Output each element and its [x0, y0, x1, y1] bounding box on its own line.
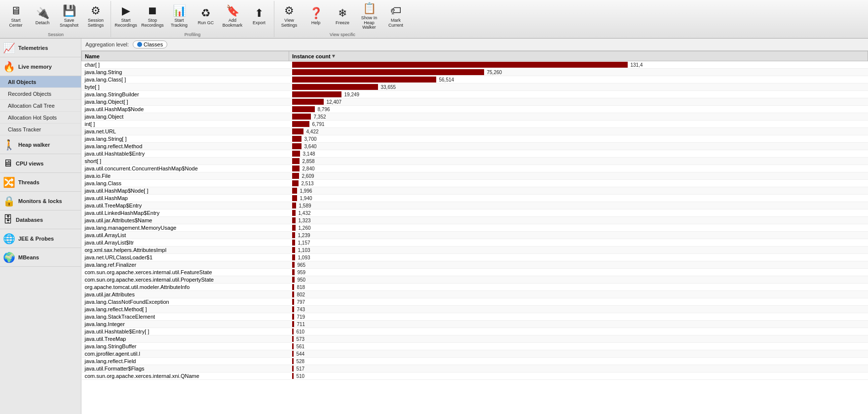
export-button[interactable]: ⬆ Export — [246, 2, 272, 31]
count-value: 517 — [297, 366, 321, 372]
sidebar-item-heap-walker[interactable]: 🚶 Heap walker — [0, 135, 81, 154]
start-tracking-button[interactable]: 📊 StartTracking — [166, 2, 192, 31]
settings-icon: ⚙ — [91, 4, 101, 17]
table-row[interactable]: java.lang.Class[ ] 56,514 — [82, 76, 868, 83]
table-row[interactable]: java.util.TreeMap 573 — [82, 335, 868, 343]
count-value: 131,4 — [631, 62, 655, 68]
sidebar-item-threads[interactable]: 🔀 Threads — [0, 173, 81, 192]
sidebar-sub-allocation-call-tree[interactable]: Allocation Call Tree — [0, 100, 81, 112]
table-row[interactable]: byte[ ] 33,655 — [82, 83, 868, 91]
count-bar — [292, 269, 295, 275]
sidebar-item-monitors-locks[interactable]: 🔒 Monitors & locks — [0, 192, 81, 210]
table-row[interactable]: java.lang.StackTraceElement 719 — [82, 313, 868, 321]
sidebar-item-label: Databases — [16, 217, 43, 223]
name-column-header[interactable]: Name — [82, 51, 289, 61]
table-row[interactable]: java.util.Hashtable$Entry[ ] 610 — [82, 328, 868, 335]
table-row[interactable]: java.lang.StringBuilder 19,249 — [82, 91, 868, 98]
sidebar-item-live-memory[interactable]: 🔥 Live memory — [0, 57, 81, 76]
count-bar — [292, 217, 296, 223]
freeze-button[interactable]: ❄ Freeze — [330, 2, 355, 31]
count-bar — [292, 84, 378, 90]
count-bar — [292, 69, 484, 75]
table-row[interactable]: java.util.jar.Attributes$Name 1,323 — [82, 217, 868, 224]
table-row[interactable]: char[ ] 131,4 — [82, 61, 868, 69]
count-bar — [292, 291, 294, 297]
table-row[interactable]: java.lang.Integer 711 — [82, 321, 868, 328]
table-row[interactable]: java.util.Hashtable$Entry 3,148 — [82, 150, 868, 158]
mark-current-button[interactable]: 🏷 MarkCurrent — [383, 2, 409, 31]
count-value: 75,260 — [487, 70, 512, 75]
table-row[interactable]: short[ ] 2,858 — [82, 158, 868, 165]
sidebar-item-databases[interactable]: 🗄 Databases — [0, 210, 81, 229]
instance-count-cell: 1,323 — [289, 217, 868, 224]
sidebar-item-telemetries[interactable]: 📈 Telemetries — [0, 39, 81, 57]
table-row[interactable]: java.lang.reflect.Field 528 — [82, 358, 868, 365]
class-name-cell: java.util.ArrayList$Itr — [82, 239, 289, 247]
table-container[interactable]: Name Instance count ▾ char[ ] 131,4 java… — [81, 51, 868, 414]
session-settings-button[interactable]: ⚙ SessionSettings — [83, 2, 109, 31]
table-row[interactable]: java.net.URLClassLoader$1 1,093 — [82, 254, 868, 261]
table-row[interactable]: com.sun.org.apache.xerces.internal.util.… — [82, 276, 868, 284]
sidebar-item-mbeans[interactable]: 🌍 MBeans — [0, 248, 81, 267]
table-row[interactable]: java.lang.Object 7,352 — [82, 113, 868, 121]
table-row[interactable]: java.lang.management.MemoryUsage 1,260 — [82, 224, 868, 232]
count-value: 1,323 — [299, 218, 323, 223]
table-row[interactable]: java.util.Formatter$Flags 517 — [82, 365, 868, 373]
instance-count-cell: 1,432 — [289, 209, 868, 217]
count-value: 1,940 — [300, 196, 325, 201]
table-row[interactable]: java.lang.StringBuffer 561 — [82, 343, 868, 350]
start-center-button[interactable]: 🖥 StartCenter — [3, 2, 29, 31]
view-settings-button[interactable]: ⚙ ViewSettings — [276, 2, 302, 31]
table-row[interactable]: java.util.ArrayList 1,239 — [82, 232, 868, 239]
table-row[interactable]: java.lang.ClassNotFoundException 797 — [82, 298, 868, 306]
instance-count-column-header[interactable]: Instance count ▾ — [289, 51, 868, 61]
table-row[interactable]: java.lang.ref.Finalizer 965 — [82, 261, 868, 269]
table-row[interactable]: java.util.HashMap 1,940 — [82, 195, 868, 202]
table-row[interactable]: com.jprofiler.agent.util.l 544 — [82, 350, 868, 358]
instance-count-cell: 2,858 — [289, 158, 868, 165]
sidebar-item-cpu-views[interactable]: 🖥 CPU views — [0, 154, 81, 173]
table-row[interactable]: java.net.URL 4,422 — [82, 128, 868, 135]
class-name-cell: java.net.URLClassLoader$1 — [82, 254, 289, 261]
table-row[interactable]: java.lang.reflect.Method 3,640 — [82, 143, 868, 150]
table-row[interactable]: java.util.ArrayList$Itr 1,157 — [82, 239, 868, 247]
sidebar-item-jee-probes[interactable]: 🌐 JEE & Probes — [0, 229, 81, 248]
stop-recordings-button[interactable]: ⏹ StopRecordings — [140, 2, 165, 31]
table-row[interactable]: java.util.jar.Attributes 802 — [82, 291, 868, 298]
table-row[interactable]: java.util.HashMap$Node[ ] 1,996 — [82, 187, 868, 195]
class-name-cell: org.apache.tomcat.util.modeler.Attribute… — [82, 284, 289, 291]
instance-count-cell: 3,148 — [289, 150, 868, 158]
sidebar-sub-all-objects[interactable]: All Objects — [0, 76, 81, 88]
table-row[interactable]: com.sun.org.apache.xerces.internal.util.… — [82, 269, 868, 276]
table-row[interactable]: com.sun.org.apache.xerces.internal.xni.Q… — [82, 373, 868, 380]
table-row[interactable]: java.util.HashMap$Node 8,796 — [82, 106, 868, 113]
table-row[interactable]: java.io.File 2,609 — [82, 172, 868, 180]
run-gc-icon: ♻ — [201, 7, 211, 20]
table-row[interactable]: org.xml.sax.helpers.AttributesImpl 1,103 — [82, 247, 868, 254]
start-recordings-button[interactable]: ▶ StartRecordings — [113, 2, 139, 31]
table-row[interactable]: java.util.TreeMap$Entry 1,589 — [82, 202, 868, 209]
aggregation-chip[interactable]: Classes — [133, 41, 167, 48]
detach-button[interactable]: 🔌 Detach — [30, 2, 55, 31]
count-bar — [292, 91, 341, 97]
table-row[interactable]: java.util.concurrent.ConcurrentHashMap$N… — [82, 165, 868, 172]
table-row[interactable]: java.lang.String 75,260 — [82, 69, 868, 76]
count-bar — [292, 166, 300, 171]
help-button[interactable]: ❓ Help — [303, 2, 329, 31]
save-icon: 💾 — [63, 4, 76, 17]
table-row[interactable]: java.util.LinkedHashMap$Entry 1,432 — [82, 209, 868, 217]
table-row[interactable]: java.lang.String[ ] 3,700 — [82, 135, 868, 143]
sidebar-item-label: Heap walker — [18, 142, 50, 148]
sidebar-sub-class-tracker[interactable]: Class Tracker — [0, 124, 81, 135]
add-bookmark-button[interactable]: 🔖 AddBookmark — [220, 2, 245, 31]
run-gc-button[interactable]: ♻ Run GC — [193, 2, 219, 31]
show-in-heap-walker-button[interactable]: 📋 Show InHeap Walker — [356, 2, 382, 31]
sidebar-sub-allocation-hot-spots[interactable]: Allocation Hot Spots — [0, 112, 81, 124]
save-snapshot-button[interactable]: 💾 SaveSnapshot — [56, 2, 82, 31]
table-row[interactable]: java.lang.Class 2,513 — [82, 180, 868, 187]
table-row[interactable]: java.lang.reflect.Method[ ] 743 — [82, 306, 868, 313]
table-row[interactable]: org.apache.tomcat.util.modeler.Attribute… — [82, 284, 868, 291]
table-row[interactable]: java.lang.Object[ ] 12,407 — [82, 98, 868, 106]
sidebar-sub-recorded-objects[interactable]: Recorded Objects — [0, 88, 81, 100]
table-row[interactable]: int[ ] 6,791 — [82, 121, 868, 128]
